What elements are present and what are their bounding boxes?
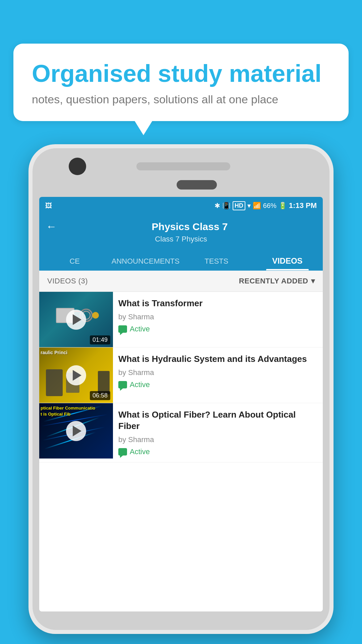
video-info-optical: What is Optical Fiber? Learn About Optic…: [113, 403, 323, 462]
bubble-subtitle: notes, question papers, solutions all at…: [32, 93, 330, 106]
tab-videos[interactable]: VIDEOS: [252, 250, 323, 270]
signal-icon: 📶: [253, 202, 261, 210]
speech-bubble: Organised study material notes, question…: [13, 44, 349, 121]
active-label-transformer: Active: [130, 325, 150, 333]
back-button[interactable]: ←: [46, 220, 57, 233]
hydraulic-thumb-text: raulic Princi: [41, 350, 67, 356]
phone-speaker: [136, 162, 230, 170]
video-title-hydraulic: What is Hydraulic System and its Advanta…: [118, 354, 317, 365]
optical-thumb-text: ptical Fiber Communicatiot is Optical Fi…: [41, 405, 95, 417]
play-icon-optical: [73, 426, 81, 436]
play-button-transformer[interactable]: [66, 310, 86, 330]
tab-ce[interactable]: CE: [39, 251, 110, 270]
phone-frame: 🖼 ✱ 📳 HD ▾ 📶 66% 🔋 1:13 PM ← Physics C: [28, 144, 334, 634]
video-author-optical: by Sharma: [118, 435, 317, 444]
play-icon-hydraulic: [73, 370, 81, 381]
video-title-optical: What is Optical Fiber? Learn About Optic…: [118, 409, 317, 432]
image-icon: 🖼: [45, 202, 52, 210]
status-right: ✱ 📳 HD ▾ 📶 66% 🔋 1:13 PM: [215, 201, 317, 210]
bluetooth-icon: ✱: [215, 202, 220, 210]
tab-tests[interactable]: TESTS: [181, 251, 252, 270]
phone-inner: 🖼 ✱ 📳 HD ▾ 📶 66% 🔋 1:13 PM ← Physics C: [33, 148, 329, 630]
video-list: 01:49 What is Transformer by Sharma Acti…: [39, 292, 323, 611]
app-breadcrumb: Class 7 Physics: [46, 235, 316, 244]
vibrate-icon: 📳: [222, 202, 231, 210]
battery-icon: 🔋: [279, 202, 287, 210]
battery-percent: 66%: [263, 202, 277, 210]
video-title-transformer: What is Transformer: [118, 298, 317, 309]
chat-icon-transformer: [118, 325, 127, 333]
status-left: 🖼: [45, 202, 54, 210]
video-thumb-optical: ptical Fiber Communicatiot is Optical Fi…: [39, 403, 113, 459]
video-author-transformer: by Sharma: [118, 313, 317, 321]
active-label-hydraulic: Active: [130, 380, 150, 389]
sort-dropdown[interactable]: RECENTLY ADDED ▾: [239, 277, 315, 285]
video-count: VIDEOS (3): [47, 277, 88, 285]
video-item-transformer[interactable]: 01:49 What is Transformer by Sharma Acti…: [39, 292, 323, 347]
hd-badge: HD: [233, 201, 245, 210]
video-thumb-transformer: 01:49: [39, 292, 113, 347]
duration-transformer: 01:49: [90, 335, 110, 344]
video-info-hydraulic: What is Hydraulic System and its Advanta…: [113, 347, 323, 395]
app-bar: ← Physics Class 7 Class 7 Physics: [39, 214, 323, 250]
duration-hydraulic: 06:58: [90, 391, 110, 400]
play-button-hydraulic[interactable]: [66, 365, 86, 385]
sort-arrow: ▾: [311, 277, 315, 285]
status-time: 1:13 PM: [289, 201, 317, 210]
active-label-optical: Active: [130, 447, 150, 456]
video-status-transformer: Active: [118, 325, 317, 333]
video-author-hydraulic: by Sharma: [118, 368, 317, 377]
video-status-hydraulic: Active: [118, 380, 317, 389]
svg-point-6: [92, 312, 99, 319]
video-item-optical[interactable]: ptical Fiber Communicatiot is Optical Fi…: [39, 403, 323, 463]
phone-camera: [69, 158, 86, 175]
play-icon-transformer: [73, 314, 81, 325]
phone-home-button: [177, 180, 217, 190]
status-bar: 🖼 ✱ 📳 HD ▾ 📶 66% 🔋 1:13 PM: [39, 197, 323, 214]
sort-label: RECENTLY ADDED: [239, 277, 308, 285]
video-thumb-hydraulic: raulic Princi 06:58: [39, 347, 113, 403]
wifi-icon: ▾: [247, 202, 251, 210]
video-status-optical: Active: [118, 447, 317, 456]
screen: 🖼 ✱ 📳 HD ▾ 📶 66% 🔋 1:13 PM ← Physics C: [39, 197, 323, 611]
play-button-optical[interactable]: [66, 421, 86, 441]
bubble-title: Organised study material: [32, 60, 330, 87]
tabs-bar: CE ANNOUNCEMENTS TESTS VIDEOS: [39, 250, 323, 271]
filter-bar: VIDEOS (3) RECENTLY ADDED ▾: [39, 271, 323, 292]
chat-icon-optical: [118, 448, 127, 455]
app-bar-top: ← Physics Class 7: [46, 220, 316, 233]
app-title: Physics Class 7: [63, 221, 316, 232]
chat-icon-hydraulic: [118, 381, 127, 388]
video-info-transformer: What is Transformer by Sharma Active: [113, 292, 323, 339]
tab-announcements[interactable]: ANNOUNCEMENTS: [110, 251, 181, 270]
video-item-hydraulic[interactable]: raulic Princi 06:58: [39, 347, 323, 403]
